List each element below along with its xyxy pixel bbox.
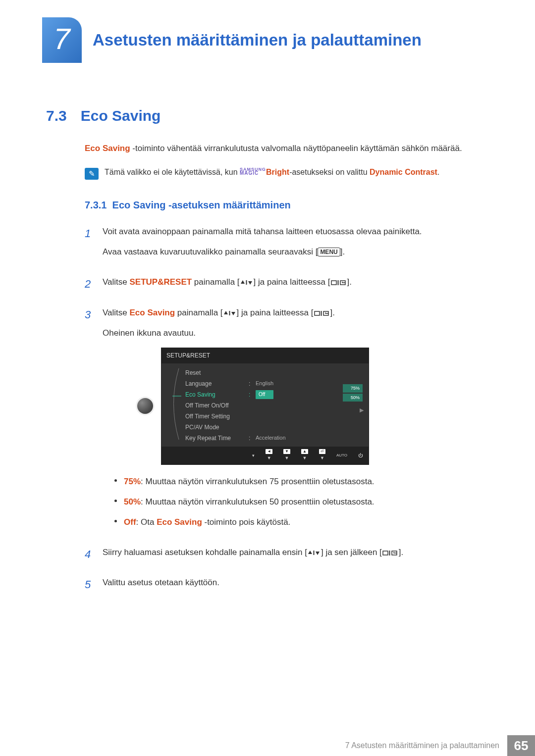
svg-marker-0	[241, 280, 245, 284]
option-bullets: 75%: Muuttaa näytön virrankulutuksen 75 …	[114, 475, 493, 529]
step-list: 1 Voit avata avainoppaan painamalla mitä…	[85, 225, 493, 596]
bullet-50: 50%: Muuttaa näytön virrankulutuksen 50 …	[114, 495, 493, 508]
footer-chapter-ref: 7 Asetusten määrittäminen ja palauttamin…	[345, 741, 499, 750]
osd-footer: ▾ ◄▼ ▼▼ ▲▼ ⏎▼ AUTO ⏻	[161, 447, 369, 464]
page-header: 7 Asetusten määrittäminen ja palauttamin…	[42, 17, 493, 63]
bullet-75: 75%: Muuttaa näytön virrankulutuksen 75 …	[114, 475, 493, 488]
section-number: 7.3	[46, 107, 67, 124]
subsection-heading: 7.3.1 Eco Saving -asetuksen määrittämine…	[85, 200, 493, 211]
osd-foot-btn-down: ▼▼	[283, 449, 290, 461]
step-1: 1 Voit avata avainoppaan painamalla mitä…	[85, 225, 493, 265]
svg-rect-4	[337, 280, 338, 285]
osd-option-tags: 75% 50%	[343, 384, 363, 402]
svg-rect-16	[389, 551, 390, 555]
setup-reset-label: SETUP&RESET	[130, 277, 192, 287]
osd-row-eco-saving: Eco Saving:Off	[185, 389, 364, 400]
note-end: .	[437, 168, 439, 176]
step-2-text: Valitse SETUP&RESET painamalla [] ja pai…	[103, 275, 493, 289]
osd-row-reset: Reset	[185, 367, 364, 378]
eco-saving-label: Eco Saving	[130, 308, 175, 317]
subsection-title: Eco Saving -asetuksen määrittäminen	[112, 200, 291, 210]
section-title: Eco Saving	[81, 107, 161, 124]
step-number-5: 5	[85, 576, 92, 596]
jog-knob-icon	[137, 398, 153, 414]
intro-rest: -toiminto vähentää virrankulutusta valvo…	[130, 144, 462, 153]
note-mid: -asetukseksi on valittu	[289, 168, 370, 176]
up-down-icon	[307, 548, 321, 557]
osd-off-chip: Off	[256, 390, 273, 399]
step-3-followup: Oheinen ikkuna avautuu.	[103, 326, 493, 340]
osd-row-off-timer-setting: Off Timer Setting	[185, 411, 364, 422]
osd-foot-auto: AUTO	[336, 453, 347, 459]
osd-foot-btn-left: ◄▼	[266, 449, 272, 461]
osd-foot-btn-enter: ⏎▼	[319, 449, 325, 461]
svg-marker-14	[316, 552, 320, 555]
svg-rect-9	[315, 311, 320, 315]
osd-arrow-right-icon: ▶	[360, 406, 364, 415]
note-dynamic-contrast: Dynamic Contrast	[370, 168, 437, 176]
osd-title: SETUP&RESET	[161, 348, 369, 363]
note-text: Tämä valikko ei ole käytettävissä, kun S…	[105, 168, 439, 180]
osd-row-off-timer-onoff: Off Timer On/Off	[185, 400, 364, 411]
step-4-text: Siirry haluamasi asetuksen kohdalle pain…	[103, 546, 493, 559]
intro-eco-saving: Eco Saving	[85, 144, 130, 153]
svg-marker-2	[248, 281, 252, 285]
section-heading: 7.3Eco Saving	[46, 107, 493, 124]
page-footer: 7 Asetusten määrittäminen ja palauttamin…	[345, 735, 535, 756]
note-block: ✎ Tämä valikko ei ole käytettävissä, kun…	[85, 168, 493, 180]
step-number-1: 1	[85, 225, 92, 265]
svg-rect-3	[331, 281, 336, 285]
note-bright: Bright	[266, 168, 289, 176]
osd-foot-btn-up: ▲▼	[301, 449, 308, 461]
osd-screenshot: SETUP&RESET 75% 50%	[137, 348, 493, 465]
subsection-number: 7.3.1	[85, 200, 107, 210]
note-icon: ✎	[85, 168, 99, 180]
svg-rect-1	[246, 280, 247, 285]
step-2: 2 Valitse SETUP&RESET painamalla [] ja p…	[85, 275, 493, 296]
chapter-number-badge: 7	[42, 17, 82, 63]
svg-rect-10	[321, 311, 321, 316]
svg-rect-13	[313, 551, 314, 555]
chapter-title: Asetusten määrittäminen ja palauttaminen	[93, 31, 422, 50]
step-1-line-1: Voit avata avainoppaan painamalla mitä t…	[103, 225, 493, 238]
osd-foot-power-icon: ⏻	[358, 452, 363, 459]
samsung-magic-label: SAMSUNGMAGIC	[240, 168, 266, 175]
step-4: 4 Siirry haluamasi asetuksen kohdalle pa…	[85, 546, 493, 566]
svg-marker-6	[224, 311, 228, 314]
step-number-3: 3	[85, 306, 92, 536]
osd-tag-75: 75%	[343, 384, 363, 392]
osd-row-key-repeat: Key Repeat Time:Acceleration	[185, 433, 364, 444]
svg-rect-7	[229, 311, 230, 315]
svg-marker-8	[231, 312, 235, 315]
up-down-icon	[223, 308, 237, 317]
step-1-line-2: Avaa vastaava kuvaruutuvalikko painamall…	[103, 245, 493, 258]
section-intro: Eco Saving -toiminto vähentää virrankulu…	[85, 143, 493, 154]
osd-tag-50: 50%	[343, 394, 363, 402]
step-3-text: Valitse Eco Saving painamalla [] ja pain…	[103, 306, 493, 319]
osd-row-language: Language:English	[185, 378, 364, 389]
step-3: 3 Valitse Eco Saving painamalla [] ja pa…	[85, 306, 493, 536]
page-number: 65	[507, 735, 535, 756]
osd-window: SETUP&RESET 75% 50%	[161, 348, 369, 465]
osd-foot-left-icon: ▾	[252, 452, 255, 459]
bullet-off: Off: Ota Eco Saving -toiminto pois käytö…	[114, 515, 493, 529]
source-enter-icon	[330, 277, 347, 287]
step-5: 5 Valittu asetus otetaan käyttöön.	[85, 576, 493, 596]
osd-row-pcav: PC/AV Mode	[185, 422, 364, 433]
step-5-text: Valittu asetus otetaan käyttöön.	[103, 576, 493, 589]
step-number-4: 4	[85, 546, 92, 566]
menu-button-label: MENU	[318, 248, 340, 256]
source-enter-icon	[314, 308, 330, 317]
up-down-icon	[240, 277, 254, 287]
osd-arc-decoration	[166, 366, 181, 441]
note-pre: Tämä valikko ei ole käytettävissä, kun	[105, 168, 240, 176]
svg-marker-12	[308, 551, 312, 554]
source-enter-icon	[382, 548, 399, 557]
svg-rect-15	[383, 551, 388, 555]
step-number-2: 2	[85, 275, 92, 296]
